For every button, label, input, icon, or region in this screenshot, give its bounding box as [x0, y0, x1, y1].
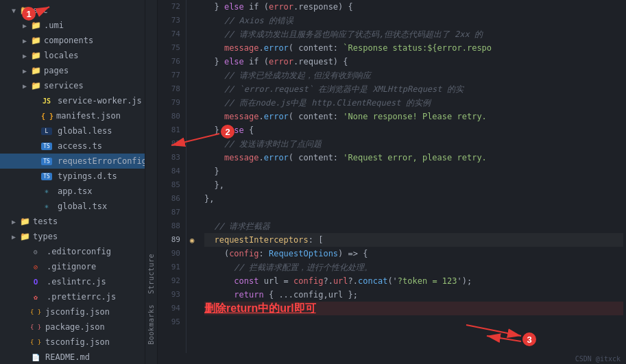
ln-83: 83	[158, 151, 180, 165]
code-span: ');	[457, 274, 472, 288]
tree-item-tests[interactable]: ▶ 📁 tests	[0, 214, 157, 229]
tree-item-locales[interactable]: ▶ 📁 locales	[0, 48, 157, 63]
gutter-icons: ◉	[186, 0, 197, 353]
file-icon-ts-access: TS	[41, 143, 52, 150]
gutter-77	[186, 69, 197, 82]
expand-arrow-pages[interactable]: ▶	[19, 67, 30, 75]
code-span: message	[224, 41, 259, 55]
code-line-84: }	[204, 165, 623, 178]
code-content[interactable]: } else if (error.response) { // Axios 的错…	[197, 0, 626, 353]
tree-label-locales: locales	[44, 51, 157, 60]
tree-item-services[interactable]: ▶ 📁 services	[0, 78, 157, 93]
file-icon-editorconfig: ⚙	[30, 248, 41, 256]
tree-item-app[interactable]: ⚛ app.tsx	[0, 184, 157, 199]
code-line-78: // `error.request` 在浏览器中是 XMLHttpRequest…	[204, 82, 623, 96]
expand-arrow-tests[interactable]: ▶	[8, 218, 19, 226]
ln-76: 76	[158, 55, 180, 69]
file-icon-tsconfig: { }	[30, 339, 41, 345]
tree-item-typings[interactable]: TS typings.d.ts	[0, 169, 157, 184]
code-span: error	[269, 55, 293, 69]
tree-item-src[interactable]: ▼ 📁 src	[0, 3, 157, 18]
tree-item-package[interactable]: { } package.json	[0, 319, 157, 335]
code-line-85: },	[204, 178, 623, 192]
tree-item-manifest[interactable]: { } manifest.json	[0, 108, 157, 123]
side-tab-bookmarks[interactable]: Bookmarks	[146, 299, 156, 350]
tree-item-pages[interactable]: ▶ 📁 pages	[0, 63, 157, 78]
tree-item-components[interactable]: ▶ 📁 components	[0, 33, 157, 48]
code-span: },	[204, 178, 224, 192]
side-tab-structure[interactable]: Structure	[146, 248, 156, 300]
code-span: requestInterceptors	[214, 233, 308, 247]
code-span: message	[224, 151, 259, 165]
tree-item-service-worker[interactable]: JS service-worker.js	[0, 93, 157, 108]
gutter-78	[186, 82, 197, 96]
expand-arrow-services[interactable]: ▶	[19, 82, 30, 90]
file-icon-gitignore: ⊘	[30, 263, 41, 271]
code-span: // 请求成功发出且服务器也响应了状态码,但状态代码超出了 2xx 的	[204, 27, 483, 41]
code-span: .request) {	[293, 55, 348, 69]
tree-item-gitignore[interactable]: ⊘ .gitignore	[0, 259, 157, 274]
tree-label-src: src	[33, 5, 157, 15]
tree-item-eslintrc[interactable]: O .eslintrc.js	[0, 274, 157, 289]
tree-item-jsconfig[interactable]: { } jsconfig.json	[0, 304, 157, 319]
tree-item-global-tsx[interactable]: ⚛ global.tsx	[0, 199, 157, 214]
tree-item-global-less[interactable]: L global.less	[0, 123, 157, 138]
code-line-89: requestInterceptors: [	[204, 233, 623, 247]
expand-arrow-locales[interactable]: ▶	[19, 52, 30, 60]
code-span: ?token = 123	[398, 274, 457, 288]
code-span: // 发送请求时出了点问题	[204, 137, 322, 151]
code-span: :	[258, 247, 268, 260]
tree-label-manifest: manifest.json	[56, 111, 157, 121]
tree-item-access[interactable]: TS access.ts	[0, 138, 157, 154]
tree-label-tsconfig: tsconfig.json	[45, 337, 157, 347]
tree-label-package: package.json	[45, 322, 157, 332]
code-span: else	[224, 0, 244, 14]
gutter-84	[186, 165, 197, 178]
code-editor: 72 73 74 75 76 77 78 79 80 81 82 83 84 8…	[158, 0, 626, 364]
ln-79: 79	[158, 96, 180, 110]
code-span: config	[229, 247, 258, 260]
tree-label-requestErrorConfig: requestErrorConfig.ts	[58, 156, 157, 166]
ln-95: 95	[158, 315, 180, 329]
code-line-79: // 而在node.js中是 http.ClientRequest 的实例	[204, 96, 623, 110]
tree-item-tsconfig[interactable]: { } tsconfig.json	[0, 335, 157, 350]
ln-89: 89	[158, 233, 180, 247]
expand-arrow-src[interactable]: ▼	[8, 7, 19, 14]
tree-label-jsconfig: jsconfig.json	[45, 307, 157, 317]
code-span	[204, 41, 224, 55]
gutter-75	[186, 41, 197, 55]
file-icon-json-manifest: { }	[41, 112, 52, 120]
code-line-81: } else {	[204, 123, 623, 137]
tree-item-prettierrc[interactable]: ✿ .prettierrc.js	[0, 289, 157, 304]
file-icon-prettierrc: ✿	[30, 293, 41, 301]
expand-arrow-components[interactable]: ▶	[19, 37, 30, 45]
code-span: }	[204, 0, 224, 14]
file-tree-sidebar: ▼ 📁 src ▶ 📁 .umi ▶ 📁 components ▶ 📁 loca…	[0, 0, 158, 364]
tree-label-typings: typings.d.ts	[58, 171, 157, 181]
file-icon-tsx-global: ⚛	[41, 203, 52, 210]
gutter-73	[186, 14, 197, 27]
code-span: ( content:	[289, 41, 343, 55]
tree-label-service-worker: service-worker.js	[58, 96, 157, 106]
code-span: error	[264, 41, 289, 55]
tree-item-readme[interactable]: 📄 README.md	[0, 350, 157, 364]
code-span: // 请求拦截器	[204, 219, 270, 233]
tree-item-types[interactable]: ▶ 📁 types	[0, 229, 157, 244]
ln-87: 87	[158, 206, 180, 219]
code-line-86: },	[204, 192, 623, 206]
ln-84: 84	[158, 165, 180, 178]
expand-arrow-umi[interactable]: ▶	[19, 22, 30, 29]
expand-arrow-types[interactable]: ▶	[8, 233, 19, 241]
code-span: ?.	[323, 274, 333, 288]
code-span: ?.	[348, 274, 358, 288]
code-span: ( content:	[289, 151, 343, 165]
tree-item-umi[interactable]: ▶ 📁 .umi	[0, 18, 157, 33]
tree-label-eslintrc: .eslintrc.js	[47, 277, 157, 287]
code-span: error	[264, 151, 289, 165]
code-span: config	[293, 274, 323, 288]
tree-item-editorconfig[interactable]: ⚙ .editorconfig	[0, 244, 157, 259]
arrow-gutter-icon: ◉	[190, 236, 195, 245]
ln-94: 94	[158, 302, 180, 315]
gutter-91	[186, 260, 197, 274]
tree-item-requestErrorConfig[interactable]: TS requestErrorConfig.ts	[0, 154, 157, 169]
